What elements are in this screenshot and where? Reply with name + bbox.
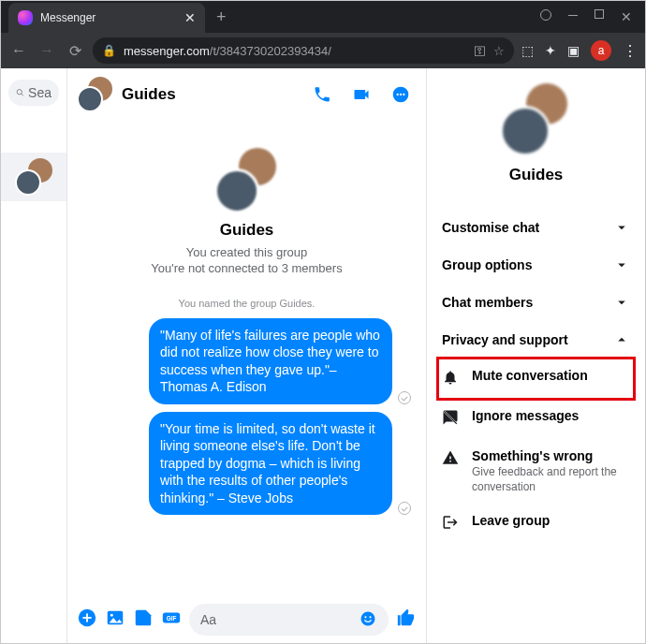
cast-icon[interactable]: ▣ <box>567 43 580 58</box>
privacy-support-section[interactable]: Privacy and support <box>438 321 634 359</box>
item-label: Mute conversation <box>472 368 588 383</box>
url-path: /t/3843730202393434/ <box>210 44 331 58</box>
url-host: messenger.com <box>124 44 210 58</box>
svg-point-0 <box>17 90 22 95</box>
message-bubble[interactable]: "Many of life's failures are people who … <box>149 318 392 404</box>
window-close-icon[interactable]: ✕ <box>621 9 632 24</box>
section-label: Group options <box>442 257 532 272</box>
warning-icon <box>442 449 459 466</box>
window-maximize-icon[interactable] <box>595 9 604 19</box>
chevron-down-icon <box>613 219 630 236</box>
browser-menu-icon[interactable]: ⋮ <box>623 42 638 60</box>
image-icon <box>105 607 125 628</box>
gif-button[interactable]: GIF <box>161 607 182 632</box>
chat-info-button[interactable] <box>385 79 417 110</box>
svg-point-15 <box>369 616 371 618</box>
key-icon[interactable]: ⚿ <box>474 44 486 58</box>
ignore-messages-item[interactable]: Ignore messages <box>438 399 634 439</box>
lock-icon: 🔒 <box>102 44 116 57</box>
more-icon <box>391 85 410 104</box>
item-label: Leave group <box>472 513 550 528</box>
section-label: Customise chat <box>442 220 539 235</box>
svg-point-3 <box>397 93 399 95</box>
photo-button[interactable] <box>105 607 125 632</box>
extension-icon[interactable]: ⬚ <box>521 43 534 58</box>
emoji-button[interactable] <box>359 609 377 631</box>
svg-point-5 <box>403 93 404 95</box>
sticker-icon <box>133 607 154 628</box>
svg-point-4 <box>400 93 402 95</box>
messenger-icon <box>18 10 33 25</box>
reload-button[interactable]: ⟳ <box>65 42 85 60</box>
window-controls: ✕ <box>540 9 645 24</box>
emoji-icon <box>359 609 377 628</box>
chat-off-icon <box>442 409 459 426</box>
sent-indicator-icon <box>398 391 411 404</box>
open-actions-button[interactable] <box>77 607 97 632</box>
info-title: Guides <box>438 166 634 184</box>
thumb-up-icon <box>396 607 417 628</box>
account-indicator-icon[interactable] <box>540 9 551 21</box>
voice-call-button[interactable] <box>306 79 338 110</box>
leave-group-item[interactable]: Leave group <box>438 504 634 544</box>
info-avatar <box>500 83 573 156</box>
search-input[interactable]: Sea <box>8 80 59 106</box>
composer-placeholder: Aa <box>200 612 216 627</box>
window-minimize-icon[interactable] <box>568 15 578 16</box>
conversation-item[interactable] <box>1 153 66 201</box>
plus-circle-icon <box>77 607 97 628</box>
bookmark-icon[interactable]: ☆ <box>493 44 505 58</box>
sent-indicator-icon <box>398 502 411 515</box>
extensions-puzzle-icon[interactable]: ✦ <box>545 43 556 58</box>
browser-toolbar: ← → ⟳ 🔒 messenger.com/t/3843730202393434… <box>1 33 645 68</box>
message-row: "Your time is limited, so don't waste it… <box>82 412 411 515</box>
search-icon <box>16 86 24 99</box>
somethings-wrong-item[interactable]: Something's wrong Give feedback and repo… <box>438 439 634 504</box>
conversations-sidebar: Sea <box>1 68 67 643</box>
svg-rect-8 <box>82 617 91 619</box>
chat-body: Guides You created this group You're not… <box>67 120 426 596</box>
back-button[interactable]: ← <box>8 42 29 59</box>
message-composer: GIF Aa <box>67 596 426 643</box>
video-icon <box>352 85 371 104</box>
gif-icon: GIF <box>161 607 182 628</box>
address-bar[interactable]: 🔒 messenger.com/t/3843730202393434/ ⚿ ☆ <box>93 37 514 64</box>
message-input[interactable]: Aa <box>189 604 389 636</box>
group-avatar-large <box>214 148 280 213</box>
item-label: Something's wrong <box>472 448 630 463</box>
phone-icon <box>313 85 331 104</box>
chat-header-avatar[interactable] <box>77 77 112 112</box>
item-label: Ignore messages <box>472 408 579 423</box>
search-placeholder: Sea <box>28 85 51 100</box>
group-options-section[interactable]: Group options <box>438 246 634 284</box>
tab-title: Messenger <box>40 11 177 24</box>
tab-close-icon[interactable]: ✕ <box>184 10 196 25</box>
chevron-up-icon <box>613 331 630 348</box>
message-bubble[interactable]: "Your time is limited, so don't waste it… <box>149 412 392 515</box>
window-titlebar: Messenger ✕ + ✕ <box>1 1 645 33</box>
item-sublabel: Give feedback and report the conversatio… <box>472 465 630 494</box>
video-call-button[interactable] <box>345 79 377 110</box>
new-tab-button[interactable]: + <box>205 7 238 27</box>
bell-icon <box>442 369 459 386</box>
chat-column: Guides Guides You created this group You… <box>67 68 427 643</box>
chevron-down-icon <box>613 256 630 273</box>
svg-line-1 <box>22 94 23 95</box>
system-message: You named the group Guides. <box>82 298 411 309</box>
mute-conversation-item[interactable]: Mute conversation <box>438 359 634 399</box>
group-intro: Guides You created this group You're not… <box>82 129 411 286</box>
group-avatar-icon <box>15 158 52 196</box>
like-button[interactable] <box>396 607 417 632</box>
profile-avatar[interactable]: a <box>591 40 611 61</box>
chat-title: Guides <box>122 85 297 104</box>
svg-point-10 <box>110 614 113 617</box>
customise-chat-section[interactable]: Customise chat <box>438 209 634 246</box>
intro-line-2: You're not connected to 3 members <box>82 261 411 275</box>
sticker-button[interactable] <box>133 607 154 632</box>
svg-text:GIF: GIF <box>167 615 177 622</box>
browser-tab[interactable]: Messenger ✕ <box>8 3 205 33</box>
forward-button[interactable]: → <box>37 42 57 59</box>
chat-members-section[interactable]: Chat members <box>438 284 634 321</box>
svg-point-13 <box>361 611 375 625</box>
logout-icon <box>442 514 459 531</box>
